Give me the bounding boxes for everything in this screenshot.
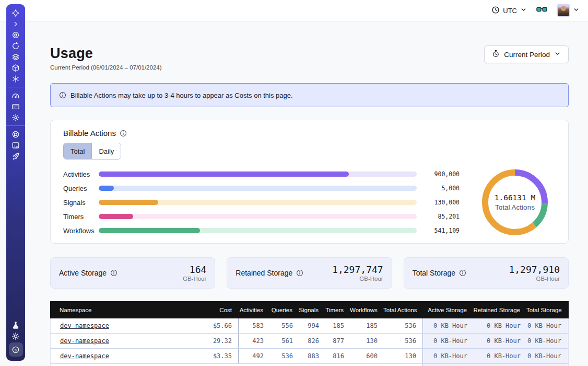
- namespace-link[interactable]: dev-namespace: [60, 352, 109, 360]
- cell-activities: 423: [239, 334, 270, 348]
- cell-queries: 536: [270, 349, 299, 363]
- sun-icon: [11, 332, 20, 340]
- sidebar-item-sun[interactable]: [11, 332, 20, 340]
- cell-total-storage: 0 KB-Hour: [527, 318, 568, 333]
- bar-track: [99, 228, 417, 233]
- sidebar-nav: $: [6, 4, 25, 361]
- cell-active-storage: 0 KB-Hour: [422, 334, 474, 348]
- cell-cost: $5.66: [184, 318, 239, 333]
- column-header-timers: Timers: [325, 307, 350, 313]
- cell-total-actions: 536: [384, 318, 422, 333]
- column-header-activities: Activities: [238, 307, 269, 313]
- bar-row-timers: Timers85,201: [63, 210, 460, 224]
- asterisk-icon: [11, 75, 20, 83]
- sidebar-item-history[interactable]: [11, 42, 20, 50]
- period-selector-button[interactable]: Current Period: [484, 45, 569, 63]
- billable-actions-title: Billable Actions: [63, 129, 116, 138]
- column-header-total-actions: Total Actions: [383, 307, 422, 313]
- sidebar-item-rocket[interactable]: [11, 152, 20, 161]
- gauge-icon: [11, 92, 20, 100]
- bar-label: Workflows: [63, 227, 99, 235]
- table-row: dev-namespace$3.354925368838166001300 KB…: [50, 349, 569, 364]
- info-icon[interactable]: [120, 130, 127, 137]
- bar-fill: [99, 200, 158, 205]
- namespace-link[interactable]: dev-namespace: [60, 322, 109, 329]
- column-header-total-storage: Total Storage: [526, 307, 567, 313]
- cell-signals: 994: [299, 318, 325, 333]
- bar-label: Signals: [63, 199, 99, 207]
- cell-cost: $3.35: [184, 349, 239, 363]
- column-header-queries: Queries: [269, 307, 299, 313]
- column-header-workflows: Workflows: [350, 307, 383, 313]
- sidebar-divider: [6, 125, 25, 126]
- info-icon[interactable]: [296, 269, 303, 277]
- table-row: dev-namespace29.324235618268771305360 KB…: [50, 334, 569, 349]
- credit-card-icon: [11, 102, 20, 111]
- bar-fill: [99, 171, 349, 177]
- chevron-down-icon: [520, 6, 527, 15]
- info-icon[interactable]: [459, 269, 466, 277]
- sidebar-item-eye[interactable]: [11, 31, 20, 39]
- namespace-link[interactable]: dev-namespace: [60, 337, 109, 345]
- feedback-glasses-button[interactable]: [536, 6, 547, 15]
- cell-active-storage: 0 KB-Hour: [422, 349, 474, 363]
- sidebar-item-temporal-logo[interactable]: [11, 9, 20, 17]
- sidebar-item-lifebuoy[interactable]: [11, 130, 20, 139]
- info-icon[interactable]: [110, 269, 117, 277]
- active-storage-label: Active Storage: [59, 269, 107, 277]
- bar-fill: [99, 186, 114, 191]
- top-bar: UTC: [0, 0, 588, 21]
- cell-retained-storage: 0 KB-Hour: [474, 318, 527, 333]
- sidebar-item-chevron-right[interactable]: [11, 20, 20, 28]
- layers-icon: [11, 53, 20, 61]
- total-actions-donut-chart: 1.66131 M Total Actions: [478, 166, 551, 239]
- sidebar-item-credit-card[interactable]: [11, 102, 20, 111]
- sidebar-item-gauge[interactable]: [11, 92, 20, 100]
- namespace-cell: dev-namespace: [51, 318, 184, 333]
- sidebar-item-terminal[interactable]: [11, 141, 20, 150]
- user-menu[interactable]: [557, 4, 580, 17]
- bar-value: 541,109: [425, 227, 460, 234]
- retained-storage-label: Retained Storage: [236, 269, 292, 277]
- cell-active-storage: 0 KB-Hour: [422, 318, 474, 333]
- bar-row-signals: Signals130,000: [63, 196, 460, 210]
- column-header-retained-storage: Retained Storage: [473, 307, 526, 313]
- bar-value: 900,000: [425, 170, 460, 178]
- bar-value: 5,000: [425, 185, 460, 192]
- terminal-icon: [11, 141, 20, 150]
- column-header-signals: Signals: [299, 307, 325, 313]
- info-banner-text: Billable Actions may take up to 3-4 hour…: [70, 92, 293, 99]
- bar-fill: [99, 214, 133, 219]
- avatar: [557, 4, 570, 17]
- tab-daily[interactable]: Daily: [92, 143, 121, 159]
- sidebar-item-dollar-coin-active[interactable]: $: [9, 342, 23, 357]
- sidebar-item-asterisk[interactable]: [11, 75, 20, 83]
- table-row-partial: [50, 364, 569, 366]
- tab-total[interactable]: Total: [64, 143, 92, 159]
- dollar-coin-icon: $: [11, 346, 20, 354]
- timezone-selector[interactable]: UTC: [491, 6, 527, 16]
- timezone-label: UTC: [503, 7, 517, 15]
- cell-timers: 816: [325, 349, 350, 363]
- page-subtitle: Current Period (06/01/2024 – 07/01/2024): [50, 64, 162, 71]
- namespace-usage-table: NamespaceCostActivitiesQueriesSignalsTim…: [50, 301, 569, 366]
- namespace-cell: dev-namespace: [51, 349, 184, 363]
- active-storage-unit: GB-Hour: [183, 276, 206, 282]
- cell-total-actions: 536: [384, 334, 422, 348]
- cell-activities: 492: [239, 349, 270, 363]
- active-storage-value: 164: [183, 265, 206, 275]
- billable-bar-chart: Activities900,000Queries5,000Signals130,…: [63, 167, 460, 238]
- column-header-cost: Cost: [183, 307, 238, 313]
- bar-label: Activities: [63, 170, 99, 178]
- sidebar-item-cube[interactable]: [11, 64, 20, 72]
- main-area: Usage Current Period (06/01/2024 – 07/01…: [0, 21, 588, 366]
- sidebar-item-gear[interactable]: [11, 113, 20, 122]
- sidebar-item-flask[interactable]: [11, 321, 20, 329]
- cell-cost: 29.32: [184, 334, 239, 348]
- table-row: dev-namespace$5.665835569941851855360 KB…: [50, 318, 569, 334]
- bar-value: 130,000: [425, 199, 460, 206]
- sidebar-item-layers[interactable]: [11, 53, 20, 61]
- cell-retained-storage: 0 KB-Hour: [474, 334, 527, 348]
- cell-queries: 556: [270, 318, 299, 333]
- total-storage-card: Total Storage 1,297,910 GB-Hour: [404, 257, 569, 289]
